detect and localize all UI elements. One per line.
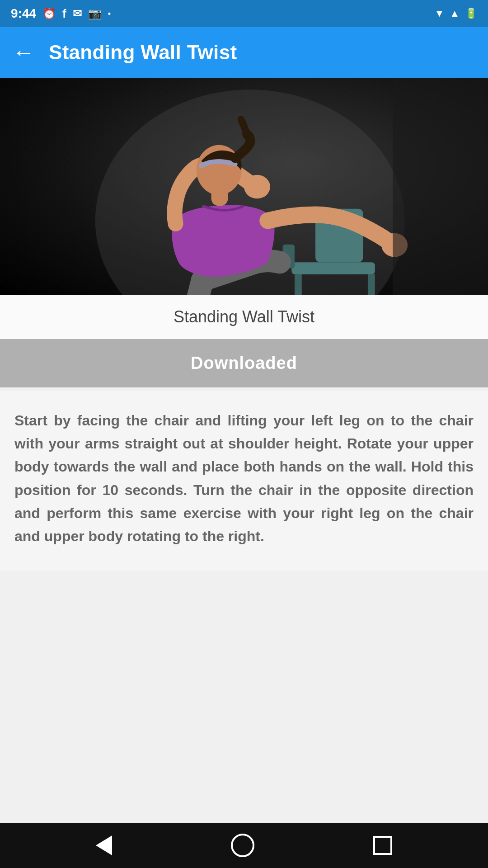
- gmail-icon: ✉: [73, 7, 82, 20]
- downloaded-label: Downloaded: [191, 354, 297, 373]
- status-time: 9:44: [11, 6, 36, 21]
- nav-home-icon: [231, 834, 254, 857]
- svg-rect-1: [291, 262, 375, 274]
- exercise-title-bar: Standing Wall Twist: [0, 295, 488, 339]
- nav-back-icon: [96, 835, 112, 855]
- content-spacer: [0, 571, 488, 823]
- facebook-icon: f: [62, 7, 66, 21]
- nav-bar: [0, 823, 488, 868]
- description-text: Start by facing the chair and lifting yo…: [14, 409, 474, 548]
- battery-icon: 🔋: [465, 8, 477, 19]
- nav-home-button[interactable]: [231, 834, 254, 857]
- svg-rect-13: [393, 78, 488, 295]
- content-area: ⟲ ShimSpine Standing Wall Twist Download…: [0, 78, 488, 823]
- description-container: Start by facing the chair and lifting yo…: [0, 391, 488, 571]
- exercise-image: ⟲ ShimSpine: [0, 78, 488, 295]
- clock-icon: ⏰: [42, 7, 56, 20]
- exercise-svg: ⟲ ShimSpine: [0, 78, 488, 295]
- nav-recents-icon: [373, 836, 392, 855]
- wifi-icon: ▼: [434, 8, 444, 19]
- nav-recents-button[interactable]: [373, 836, 392, 855]
- back-button[interactable]: ←: [13, 42, 34, 63]
- app-bar: ← Standing Wall Twist: [0, 27, 488, 78]
- instagram-icon: 📷: [88, 7, 102, 20]
- svg-rect-3: [295, 274, 302, 295]
- exercise-title-text: Standing Wall Twist: [174, 307, 314, 326]
- nav-back-button[interactable]: [96, 835, 112, 855]
- downloaded-button[interactable]: Downloaded: [0, 339, 488, 387]
- svg-rect-4: [368, 274, 375, 295]
- back-arrow-icon: ←: [13, 42, 34, 63]
- app-bar-title: Standing Wall Twist: [49, 41, 237, 64]
- signal-icon: ▲: [450, 8, 460, 19]
- status-bar-right: ▼ ▲ 🔋: [434, 8, 477, 19]
- svg-point-9: [244, 175, 270, 199]
- exercise-image-container: ⟲ ShimSpine: [0, 78, 488, 295]
- status-bar-left: 9:44 ⏰ f ✉ 📷 •: [11, 6, 111, 21]
- status-bar: 9:44 ⏰ f ✉ 📷 • ▼ ▲ 🔋: [0, 0, 488, 27]
- notification-dot: •: [108, 9, 111, 19]
